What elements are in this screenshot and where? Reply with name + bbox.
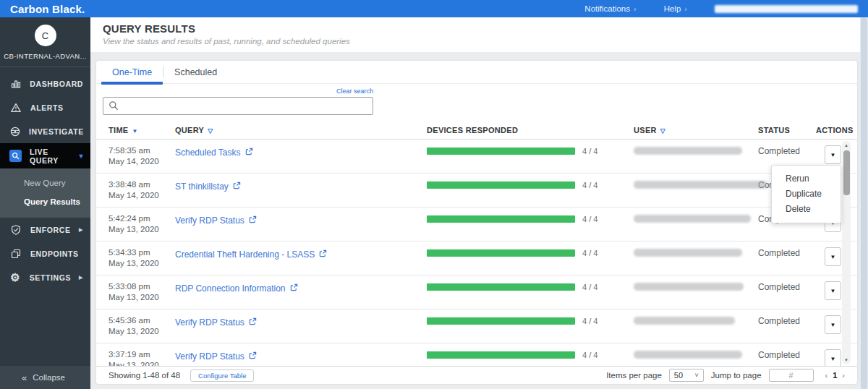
sidebar-item-live-query[interactable]: LIVE QUERY ▾ (0, 143, 90, 168)
collapse-sidebar-button[interactable]: « Collapse (0, 366, 90, 389)
devices-responded-count: 4 / 4 (582, 283, 597, 291)
devices-cell: 4 / 4 (427, 349, 634, 366)
table-row: 7:58:35 am May 14, 2020 Scheduled Tasks … (96, 140, 857, 174)
menu-item-duplicate[interactable]: Duplicate (772, 187, 841, 202)
open-query-icon (249, 317, 257, 328)
query-link[interactable]: Credential Theft Hardening - LSASS (175, 249, 327, 260)
sidebar-item-query-results[interactable]: Query Results (0, 192, 90, 211)
time-cell: 5:42:24 pm May 13, 2020 (109, 213, 175, 241)
clear-search-link[interactable]: Clear search (103, 87, 373, 95)
enforce-icon (9, 224, 22, 236)
pagination: ‹ 1 › (825, 371, 845, 380)
column-header-time[interactable]: TIME▼ (109, 126, 175, 134)
chevron-right-icon: ▶ (79, 227, 83, 233)
row-actions-button[interactable]: ▼ (825, 315, 841, 334)
menu-item-rerun[interactable]: Rerun (772, 171, 841, 187)
redacted-user-email (634, 147, 742, 155)
redacted-user-email (634, 249, 742, 257)
column-header-user[interactable]: USER▽ (634, 126, 758, 134)
help-link[interactable]: Help › (664, 4, 687, 13)
notifications-link[interactable]: Notifications › (584, 4, 636, 13)
actions-cell: ▼ (816, 349, 857, 366)
query-link[interactable]: Verify RDP Status (175, 317, 257, 328)
page-scrollbar-thumb[interactable] (861, 17, 867, 389)
progress-fill (427, 283, 575, 291)
caret-down-icon: ▼ (830, 152, 836, 158)
redacted-user-account[interactable] (715, 5, 858, 13)
sidebar-item-label: ALERTS (30, 103, 64, 112)
page-subtitle: View the status and results of past, run… (103, 37, 868, 46)
search-icon (109, 101, 119, 114)
status-cell: Completed (758, 282, 816, 309)
next-page-icon[interactable]: › (842, 371, 845, 380)
row-actions-button[interactable]: ▼ (825, 349, 841, 366)
row-actions-menu: Rerun Duplicate Delete (771, 165, 841, 223)
devices-responded-count: 4 / 4 (582, 317, 597, 325)
items-per-page-select[interactable]: 50 ˅ (669, 369, 704, 382)
row-actions-button[interactable]: ▼ (825, 247, 841, 266)
status-cell: Completed (758, 316, 816, 343)
open-query-icon (245, 148, 253, 158)
column-header-query[interactable]: QUERY▽ (175, 126, 427, 134)
previous-page-icon[interactable]: ‹ (825, 371, 828, 380)
query-link[interactable]: ST thinkillstay (175, 181, 241, 192)
query-link[interactable]: Verify RDP Status (175, 351, 257, 362)
sort-desc-icon: ▼ (132, 128, 137, 134)
time-cell: 3:38:48 am May 14, 2020 (109, 179, 175, 207)
query-cell: Credential Theft Hardening - LSASS (175, 247, 427, 275)
chevron-down-icon: ˅ (695, 372, 699, 379)
sidebar-item-alerts[interactable]: ALERTS (0, 95, 90, 119)
devices-cell: 4 / 4 (427, 213, 634, 241)
status-cell: Completed (758, 350, 816, 366)
menu-item-delete[interactable]: Delete (772, 202, 841, 217)
time-cell: 5:34:33 pm May 13, 2020 (109, 247, 175, 275)
alerts-icon (9, 102, 22, 114)
scroll-down-icon[interactable]: ▼ (842, 358, 851, 362)
main-content: QUERY RESULTS View the status and result… (90, 17, 868, 389)
status-cell: Completed (758, 248, 816, 275)
current-page-number: 1 (833, 371, 837, 380)
redacted-user-email (634, 181, 767, 189)
devices-progress-bar (427, 249, 575, 257)
sidebar-item-label: ENFORCE (30, 226, 71, 234)
redacted-user-email (634, 215, 751, 223)
table-row: 3:37:19 am May 13, 2020 Verify RDP Statu… (96, 343, 857, 366)
table-scrollbar[interactable]: ▲ ▼ (842, 141, 851, 364)
chevron-down-icon: ▾ (79, 152, 83, 160)
jump-to-page-input[interactable] (769, 369, 814, 382)
chevron-right-icon: › (634, 4, 637, 13)
sort-icon: ▽ (660, 127, 665, 134)
table-scrollbar-thumb[interactable] (843, 150, 850, 195)
devices-cell: 4 / 4 (427, 145, 634, 173)
query-link[interactable]: RDP Connection Information (175, 283, 298, 294)
devices-responded-count: 4 / 4 (582, 215, 597, 223)
tab-one-time[interactable]: One-Time (101, 61, 163, 83)
sidebar-item-dashboard[interactable]: DASHBOARD (0, 72, 90, 95)
search-area: Clear search (103, 84, 373, 115)
sidebar-item-endpoints[interactable]: ENDPOINTS (0, 241, 90, 265)
row-actions-button[interactable]: ▼ (825, 145, 841, 164)
redacted-user-email (634, 317, 735, 325)
user-cell (634, 213, 758, 241)
top-bar: Carbon Black. Notifications › Help › (0, 0, 868, 17)
row-actions-button[interactable]: ▼ (825, 281, 841, 300)
sidebar-item-investigate[interactable]: INVESTIGATE (0, 119, 90, 143)
query-link[interactable]: Scheduled Tasks (175, 148, 253, 158)
caret-down-icon: ▼ (830, 322, 836, 328)
devices-progress-bar (427, 351, 575, 359)
open-query-icon (319, 249, 327, 260)
sidebar-item-new-query[interactable]: New Query (0, 174, 90, 192)
devices-progress-bar (427, 215, 575, 223)
configure-table-button[interactable]: Configure Table (190, 369, 254, 382)
org-switcher[interactable]: C CB-INTERNAL-ADVAN... (0, 17, 90, 67)
sidebar-item-label: LIVE QUERY (30, 148, 71, 165)
sidebar-item-settings[interactable]: ⚙ SETTINGS ▶ (0, 265, 90, 289)
search-input[interactable] (103, 97, 373, 115)
table-header: TIME▼ QUERY▽ DEVICES RESPONDED USER▽ STA… (96, 121, 857, 140)
page-scrollbar[interactable] (860, 17, 868, 389)
scroll-up-icon[interactable]: ▲ (842, 143, 851, 148)
user-cell (634, 247, 758, 275)
query-link[interactable]: Verify RDP Status (175, 215, 257, 226)
tab-scheduled[interactable]: Scheduled (163, 61, 228, 83)
sidebar-item-enforce[interactable]: ENFORCE ▶ (0, 218, 90, 241)
